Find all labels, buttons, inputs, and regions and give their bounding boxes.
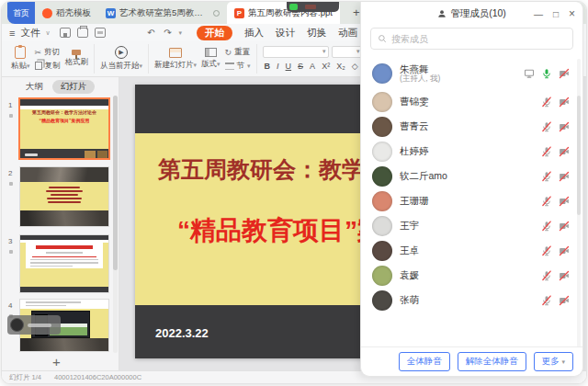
camera-icon[interactable] xyxy=(559,68,570,79)
camera-icon[interactable] xyxy=(559,146,570,157)
member-row[interactable]: 曹青云 xyxy=(361,114,582,139)
font-style-button-3[interactable]: U xyxy=(284,62,294,71)
camera-icon[interactable] xyxy=(559,270,570,281)
camera-icon[interactable] xyxy=(559,96,570,108)
camera-icon[interactable] xyxy=(559,221,570,232)
tab-outline[interactable]: 大纲 xyxy=(26,81,43,93)
font-style-button-2[interactable]: I xyxy=(275,62,281,71)
redo-icon[interactable]: ↷ xyxy=(163,28,174,38)
unmute-all-button[interactable]: 解除全体静音 xyxy=(458,352,526,371)
member-name: 王珊珊 xyxy=(400,195,534,206)
member-row[interactable]: 王卓 xyxy=(361,238,582,263)
thumb1-title: 第五周教研会：教学方法讨论会 xyxy=(20,109,108,115)
copy-button[interactable]: 复制 xyxy=(35,61,61,72)
slide-date-text[interactable]: 2022.3.22 xyxy=(155,326,209,340)
menu-tab-动画[interactable]: 动画 xyxy=(338,27,357,40)
new-slide-icon xyxy=(169,48,182,58)
hamburger-menu-icon[interactable]: ≡ xyxy=(9,28,15,39)
microphone-icon[interactable] xyxy=(541,146,552,157)
slide-thumbnail-3[interactable] xyxy=(20,235,108,292)
more-button[interactable]: 更多 ▾ xyxy=(534,352,573,371)
redo-icon[interactable] xyxy=(130,28,141,38)
layout-button[interactable]: 版式▾ xyxy=(201,48,220,70)
maximize-icon[interactable]: □ xyxy=(553,9,559,19)
camera-icon[interactable] xyxy=(559,245,570,256)
reset-button[interactable]: ↻重置 xyxy=(225,47,251,58)
slide-thumbnail-2[interactable] xyxy=(20,167,108,226)
microphone-icon[interactable] xyxy=(541,295,552,306)
format-painter-button[interactable]: 格式刷 xyxy=(65,50,89,68)
member-search-input[interactable] xyxy=(391,34,566,44)
member-row[interactable]: 杜婷婷 xyxy=(361,139,582,164)
member-row[interactable]: 王宇 xyxy=(361,213,582,238)
file-menu[interactable]: 文件 xyxy=(20,27,40,40)
camera-icon[interactable] xyxy=(559,171,570,182)
member-role-label: (主持人, 我) xyxy=(400,74,516,84)
microphone-icon[interactable] xyxy=(541,270,552,281)
font-style-button-8[interactable]: ◇ xyxy=(350,62,360,71)
add-slide-button[interactable]: + xyxy=(2,354,111,369)
member-row[interactable]: 曹锦雯 xyxy=(361,89,582,114)
font-style-button-6[interactable]: X² xyxy=(320,62,332,71)
member-row[interactable]: 袁媛 xyxy=(361,263,582,288)
floating-video-mini-window[interactable] xyxy=(7,315,61,335)
member-name: 王宇 xyxy=(400,220,534,231)
docer-flame-icon xyxy=(42,8,52,18)
undo-icon[interactable] xyxy=(112,28,123,38)
member-list-scrollbar[interactable] xyxy=(577,59,581,346)
member-row[interactable]: 朱燕舞 (主持人, 我) xyxy=(361,57,582,89)
close-icon[interactable]: × xyxy=(569,7,575,20)
screen-share-icon[interactable] xyxy=(524,68,535,79)
undo-icon[interactable]: ↶ xyxy=(146,28,157,38)
mini-avatar xyxy=(10,318,24,332)
tab-slides[interactable]: 幻灯片 xyxy=(52,80,96,94)
minimize-icon[interactable]: — xyxy=(534,9,543,19)
new-slide-button[interactable]: 新建幻灯片▾ xyxy=(154,48,197,71)
play-from-current-button[interactable]: ▶ 从当前开始▾ xyxy=(100,46,142,72)
wps-window: 首页 稻壳模板 W 艺术教研室第5周教研会.docx P 第五周教研会内容.pp… xyxy=(1,1,587,384)
section-button[interactable]: 节▾ xyxy=(225,61,251,72)
member-row[interactable]: 软二斤amo xyxy=(361,164,582,188)
font-style-button-1[interactable]: B xyxy=(263,62,273,71)
customize-caret-icon[interactable]: ▾ xyxy=(179,29,183,37)
member-search-box[interactable] xyxy=(370,28,573,50)
slide-thumbnail-1[interactable]: 第五周教研会：教学方法讨论会 “精品教育项目”案例应用 xyxy=(20,99,108,158)
menu-tab-切换[interactable]: 切换 xyxy=(307,27,326,40)
menu-tab-插入[interactable]: 插入 xyxy=(244,27,264,40)
member-row[interactable]: 王珊珊 xyxy=(361,188,582,213)
font-size-select[interactable] xyxy=(332,46,363,58)
mute-all-button[interactable]: 全体静音 xyxy=(399,352,450,371)
microphone-icon[interactable] xyxy=(541,196,552,207)
menu-tab-设计[interactable]: 设计 xyxy=(276,27,295,40)
tab-pin-icon[interactable] xyxy=(213,10,220,17)
member-row[interactable]: 张萌 xyxy=(361,288,582,312)
paste-button[interactable]: 粘贴▾ xyxy=(11,46,30,72)
tab-docer-template[interactable]: 稻壳模板 xyxy=(35,2,98,24)
microphone-icon[interactable] xyxy=(541,221,552,232)
save-icon[interactable] xyxy=(60,28,71,38)
microphone-icon[interactable] xyxy=(541,121,552,132)
members-panel-header: 管理成员(10) — □ × xyxy=(361,2,582,26)
microphone-icon[interactable] xyxy=(541,171,552,182)
menu-tab-开始[interactable]: 开始 xyxy=(197,26,232,40)
cut-button[interactable]: ✂剪切 xyxy=(35,47,61,58)
meeting-indicator-pill[interactable] xyxy=(287,2,339,12)
play-icon: ▶ xyxy=(115,46,128,59)
camera-icon[interactable] xyxy=(559,295,570,306)
home-tab[interactable]: 首页 xyxy=(7,2,35,24)
tab-docx-document[interactable]: W 艺术教研室第5周教研会.docx xyxy=(98,2,227,24)
microphone-icon[interactable] xyxy=(541,245,552,256)
thumbnail-scrollbar[interactable] xyxy=(113,96,118,353)
print-icon[interactable] xyxy=(77,28,88,38)
camera-icon[interactable] xyxy=(559,196,570,207)
preview-icon[interactable] xyxy=(95,28,106,38)
ppt-doc-icon: P xyxy=(234,8,244,18)
font-style-button-5[interactable]: A xyxy=(308,62,317,71)
camera-icon[interactable] xyxy=(559,121,570,132)
font-family-select[interactable] xyxy=(263,46,329,58)
member-avatar xyxy=(372,241,392,261)
font-style-button-4[interactable]: S xyxy=(296,62,305,71)
microphone-icon[interactable] xyxy=(541,96,552,108)
font-style-button-7[interactable]: X₂ xyxy=(334,62,347,71)
microphone-icon[interactable] xyxy=(541,68,552,79)
